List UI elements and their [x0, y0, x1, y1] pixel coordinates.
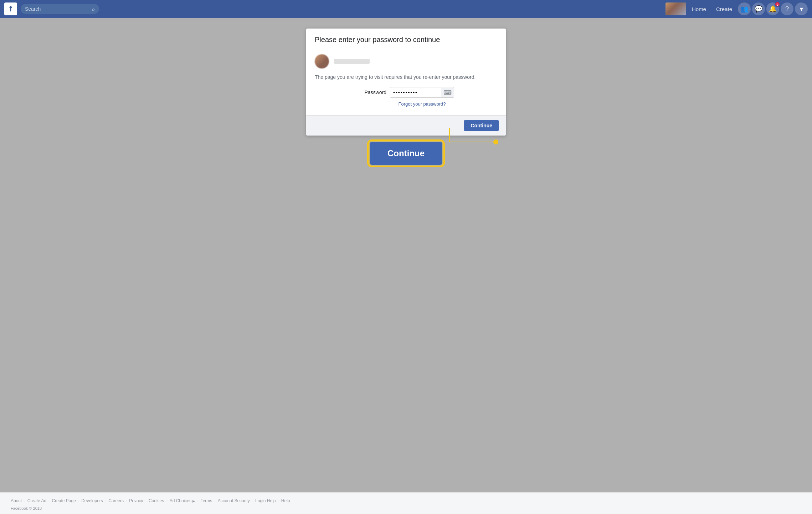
create-link[interactable]: Create [712, 4, 736, 14]
password-row: Password ⌨ [315, 87, 497, 98]
navbar-links: Home Create 👥 💬 🔔 5 ? ▾ [665, 2, 808, 15]
password-input[interactable] [390, 87, 441, 97]
avatar[interactable] [665, 2, 686, 15]
search-bar[interactable]: ⌕ [21, 4, 99, 14]
page-footer: About · Create Ad · Create Page · Develo… [0, 492, 812, 514]
footer-link-help[interactable]: Help [281, 498, 290, 503]
search-icon: ⌕ [92, 6, 95, 12]
facebook-logo[interactable]: f [4, 2, 17, 15]
footer-link-ad-choices[interactable]: Ad Choices ▶ [170, 498, 195, 503]
footer-link-create-page[interactable]: Create Page [52, 498, 76, 503]
footer-link-create-ad[interactable]: Create Ad [27, 498, 46, 503]
messenger-icon-button[interactable]: 💬 [752, 2, 765, 15]
notification-badge: 5 [775, 1, 780, 7]
chevron-down-icon: ▾ [800, 5, 803, 13]
help-icon-button[interactable]: ? [781, 2, 793, 15]
friends-icon-button[interactable]: 👥 [738, 2, 751, 15]
keyboard-icon: ⌨ [443, 89, 452, 96]
footer-copyright: Facebook © 2018 [11, 506, 801, 510]
continue-button-small[interactable]: Continue [464, 120, 499, 131]
footer-links: About · Create Ad · Create Page · Develo… [11, 498, 801, 503]
password-input-wrap: ⌨ [390, 87, 454, 98]
main-content: Please enter your password to continue T… [0, 18, 812, 492]
dialog-footer: Continue [306, 115, 506, 136]
notification-icon-button[interactable]: 🔔 5 [766, 2, 779, 15]
user-info-row [315, 54, 497, 68]
ad-choices-icon: ▶ [192, 499, 195, 503]
account-menu-button[interactable]: ▾ [795, 2, 808, 15]
forgot-password-link[interactable]: Forgot your password? [347, 101, 497, 107]
home-link[interactable]: Home [688, 4, 710, 14]
footer-link-privacy[interactable]: Privacy [129, 498, 143, 503]
dialog-subtitle: The page you are trying to visit require… [315, 74, 497, 80]
password-dialog: Please enter your password to continue T… [306, 29, 506, 136]
svg-point-0 [493, 139, 498, 144]
dialog-title: Please enter your password to continue [315, 36, 497, 49]
footer-link-login-help[interactable]: Login Help [255, 498, 276, 503]
friends-icon: 👥 [740, 5, 748, 13]
dialog-body: Please enter your password to continue T… [306, 29, 506, 115]
messenger-icon: 💬 [755, 5, 762, 13]
navbar: f ⌕ Home Create 👥 💬 🔔 5 ? ▾ [0, 0, 812, 18]
footer-link-terms[interactable]: Terms [201, 498, 212, 503]
footer-link-about[interactable]: About [11, 498, 22, 503]
user-avatar [315, 54, 329, 68]
footer-link-account-security[interactable]: Account Security [218, 498, 250, 503]
footer-link-developers[interactable]: Developers [81, 498, 103, 503]
help-icon: ? [785, 5, 789, 13]
search-input[interactable] [25, 6, 89, 12]
user-name-placeholder [334, 59, 370, 64]
keyboard-icon-button[interactable]: ⌨ [441, 88, 454, 97]
footer-link-careers[interactable]: Careers [108, 498, 124, 503]
footer-link-cookies[interactable]: Cookies [149, 498, 164, 503]
continue-button-large[interactable]: Continue [370, 142, 442, 165]
password-label: Password [358, 90, 386, 95]
